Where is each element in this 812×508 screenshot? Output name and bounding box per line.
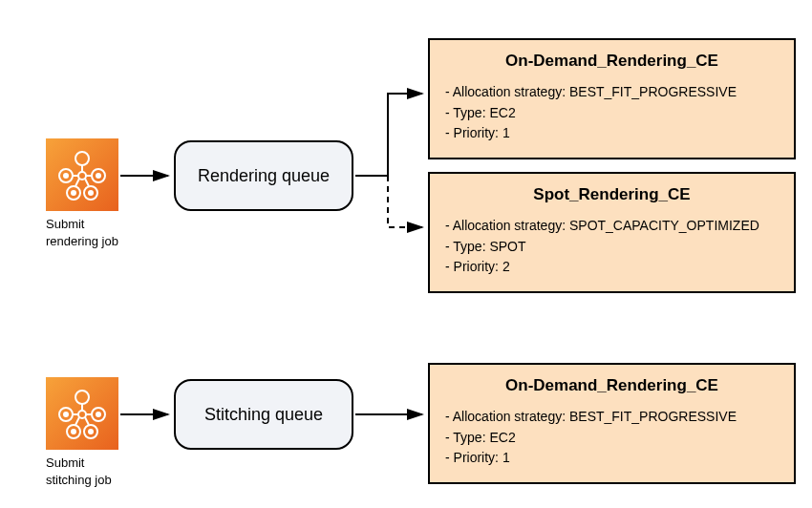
svg-line-28	[75, 417, 79, 425]
svg-line-13	[75, 179, 79, 186]
ce-title: On-Demand_Rendering_CE	[445, 376, 779, 395]
svg-point-5	[96, 174, 100, 178]
ce-priority: - Priority: 2	[445, 257, 779, 278]
svg-point-8	[72, 191, 75, 195]
svg-point-4	[64, 174, 68, 178]
svg-point-15	[75, 391, 89, 404]
ce-priority: - Priority: 1	[445, 123, 779, 144]
batch-rendering-icon	[46, 138, 118, 211]
svg-point-16	[78, 411, 86, 418]
stitching-queue-box: Stitching queue	[174, 379, 353, 450]
ce-title: Spot_Rendering_CE	[445, 185, 779, 204]
ce-type: - Type: EC2	[445, 103, 779, 124]
svg-point-20	[96, 413, 100, 416]
submit-stitching-caption: Submit stitching job	[46, 455, 141, 488]
ce-allocation: - Allocation strategy: SPOT_CAPACITY_OPT…	[445, 216, 779, 237]
svg-point-0	[75, 152, 89, 165]
svg-line-14	[85, 179, 89, 186]
submit-rendering-caption: Submit rendering job	[46, 216, 141, 249]
ce-type: - Type: SPOT	[445, 237, 779, 258]
ondemand-stitching-ce-box: On-Demand_Rendering_CE - Allocation stra…	[428, 363, 796, 484]
batch-stitching-icon	[46, 377, 118, 450]
aws-batch-glyph-icon	[54, 386, 110, 441]
aws-batch-glyph-icon	[54, 147, 110, 202]
arrow-render-queue-to-ondemand	[355, 94, 422, 176]
spot-rendering-ce-box: Spot_Rendering_CE - Allocation strategy:…	[428, 172, 796, 293]
svg-line-29	[85, 417, 89, 425]
rendering-queue-box: Rendering queue	[174, 140, 353, 211]
svg-point-9	[89, 191, 93, 195]
ce-allocation: - Allocation strategy: BEST_FIT_PROGRESS…	[445, 407, 779, 428]
rendering-queue-label: Rendering queue	[198, 166, 330, 186]
svg-point-23	[72, 430, 75, 434]
ce-priority: - Priority: 1	[445, 448, 779, 469]
ondemand-rendering-ce-box: On-Demand_Rendering_CE - Allocation stra…	[428, 38, 796, 159]
svg-point-19	[64, 413, 68, 416]
ce-title: On-Demand_Rendering_CE	[445, 52, 779, 71]
svg-point-24	[89, 430, 93, 434]
ce-allocation: - Allocation strategy: BEST_FIT_PROGRESS…	[445, 82, 779, 103]
svg-point-1	[78, 172, 86, 180]
ce-type: - Type: EC2	[445, 428, 779, 449]
stitching-queue-label: Stitching queue	[204, 405, 323, 425]
arrow-render-queue-to-spot	[388, 176, 422, 227]
